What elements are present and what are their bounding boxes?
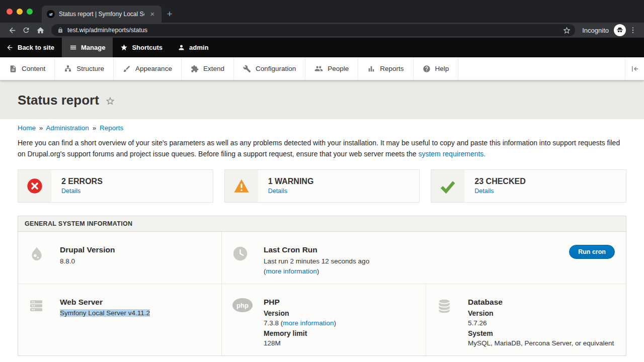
php-version-value: 7.3.8 [264,319,279,327]
breadcrumb-separator: » [39,124,43,132]
bookmark-star-icon[interactable] [561,25,572,36]
drupal-version-cell: Drupal Version 8.8.0 [18,232,222,283]
menu-item-appearance[interactable]: Appearance [114,57,182,80]
warnings-count-label: 1 WARNING [268,177,314,186]
database-icon [436,297,455,348]
back-to-site-button[interactable]: Back to site [0,38,62,57]
php-title: PHP [264,297,336,307]
breadcrumb-link-reports[interactable]: Reports [100,124,123,132]
php-memory-limit-label: Memory limit [264,328,336,338]
system-info-row: Drupal Version 8.8.0 Last Cron Run Last … [18,232,626,284]
menu-item-help[interactable]: Help [414,57,459,80]
intro-paragraph: Here you can find a short overview of yo… [18,138,626,159]
toolbar-collapse-icon[interactable] [625,57,644,80]
php-more-information-link[interactable]: more information [283,319,334,327]
errors-card: 2 ERRORS Details [18,169,213,203]
help-icon [423,65,431,73]
browser-tab[interactable]: sf Status report | Symfony Local Se × [42,6,162,23]
breadcrumb-separator: » [93,124,97,132]
people-icon [314,64,323,73]
database-version-value: 5.7.26 [468,318,614,328]
shortcuts-tab[interactable]: Shortcuts [113,38,170,57]
cron-more-information-line: (more information) [264,266,369,277]
database-system-value: MySQL, MariaDB, Percona Server, or equiv… [468,338,614,348]
back-to-site-label: Back to site [18,44,54,51]
database-system-label: System [468,328,614,338]
database-title: Database [468,297,614,307]
breadcrumb-link-administration[interactable]: Administration [46,124,89,132]
admin-menu-bar: Content Structure Appearance Extend Conf… [0,57,644,80]
checked-card: 23 CHECKED Details [431,169,626,203]
paren: ) [317,267,319,275]
address-bar[interactable]: test.wip/admin/reports/status [51,24,575,36]
window-minimize-button[interactable] [17,9,23,15]
menu-item-label: Structure [76,65,104,72]
extend-puzzle-icon [191,65,199,73]
card-body: 23 CHECKED Details [474,177,525,195]
web-server-cell: Web Server Symfony Local Server v4.11.2 [18,284,222,355]
system-info-row: Web Server Symfony Local Server v4.11.2 … [18,284,626,355]
reload-icon[interactable] [19,24,33,37]
errors-details-link[interactable]: Details [61,188,80,195]
system-requirements-link[interactable]: system requirements. [418,150,486,158]
menu-item-label: Appearance [135,65,172,72]
php-icon: php [232,297,251,348]
last-cron-run-value: Last run 2 minutes 12 seconds ago [264,256,369,266]
database-version-label: Version [468,308,614,318]
new-tab-button[interactable]: + [162,6,178,23]
menu-item-configuration[interactable]: Configuration [234,57,305,80]
incognito-label: Incognito [582,27,609,34]
drupal-logo-icon [28,245,47,276]
window-close-button[interactable] [7,9,13,15]
cron-more-information-link[interactable]: more information [266,267,317,275]
user-account-tab[interactable]: admin [170,38,216,57]
database-cell: Database Version 5.7.26 System MySQL, Ma… [426,284,626,355]
manage-label: Manage [81,44,105,51]
structure-sitemap-icon [64,65,72,73]
php-version-label: Version [264,308,336,318]
menu-item-label: Content [22,65,45,72]
general-system-information-panel: GENERAL SYSTEM INFORMATION Drupal Versio… [18,216,626,355]
warnings-details-link[interactable]: Details [268,188,287,195]
menu-item-content[interactable]: Content [0,57,55,80]
browser-tab-strip: sf Status report | Symfony Local Se × + [0,0,644,23]
menu-item-extend[interactable]: Extend [182,57,234,80]
main-content: Home » Administration » Reports Here you… [0,119,644,356]
browser-menu-icon[interactable] [626,24,640,37]
menu-item-structure[interactable]: Structure [55,57,114,80]
tab-close-icon[interactable]: × [148,10,156,18]
url-text: test.wip/admin/reports/status [67,27,557,34]
last-cron-run-title: Last Cron Run [264,245,369,255]
manage-tab[interactable]: Manage [62,38,113,57]
home-icon[interactable] [33,24,47,37]
window-zoom-button[interactable] [27,9,33,15]
php-version-line: 7.3.8 (more information) [264,318,336,328]
menu-item-reports[interactable]: Reports [358,57,413,80]
web-server-title: Web Server [60,297,150,307]
breadcrumb: Home » Administration » Reports [18,124,626,132]
checked-details-link[interactable]: Details [474,188,494,195]
back-icon[interactable] [5,24,19,37]
tab-favicon-icon: sf [47,10,55,18]
page-title: Status report [18,93,99,108]
menu-item-people[interactable]: People [305,57,358,80]
errors-count-label: 2 ERRORS [61,177,103,186]
breadcrumb-link-home[interactable]: Home [18,124,36,132]
last-cron-run-cell: Last Cron Run Last run 2 minutes 12 seco… [222,232,626,283]
add-shortcut-star-icon[interactable] [105,96,115,106]
incognito-icon [614,24,626,36]
shortcuts-label: Shortcuts [132,44,163,51]
menu-item-label: People [328,65,349,72]
cell-text: Database Version 5.7.26 System MySQL, Ma… [468,297,614,348]
cell-text: Drupal Version 8.8.0 [60,245,115,276]
cell-text: PHP Version 7.3.8 (more information) Mem… [264,297,336,348]
window-controls [0,0,42,23]
content-file-icon [9,65,17,73]
warning-icon [225,170,258,202]
person-icon [178,44,185,51]
tab-title: Status report | Symfony Local Se [59,11,144,18]
cell-text: Web Server Symfony Local Server v4.11.2 [60,297,150,348]
check-icon [431,170,464,202]
run-cron-button[interactable]: Run cron [569,245,615,259]
intro-text: Here you can find a short overview of yo… [18,139,620,158]
